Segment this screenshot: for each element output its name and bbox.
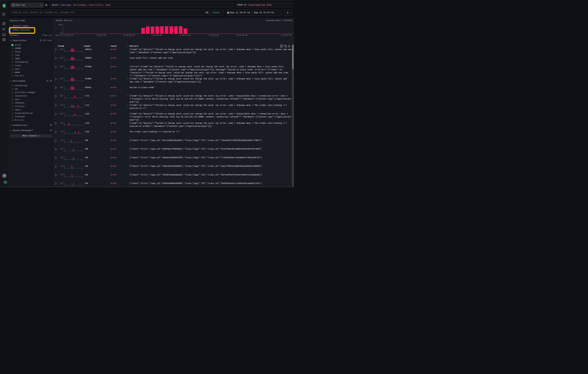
- svg-text:U: U: [5, 181, 6, 184]
- svg-text:?: ?: [4, 175, 5, 177]
